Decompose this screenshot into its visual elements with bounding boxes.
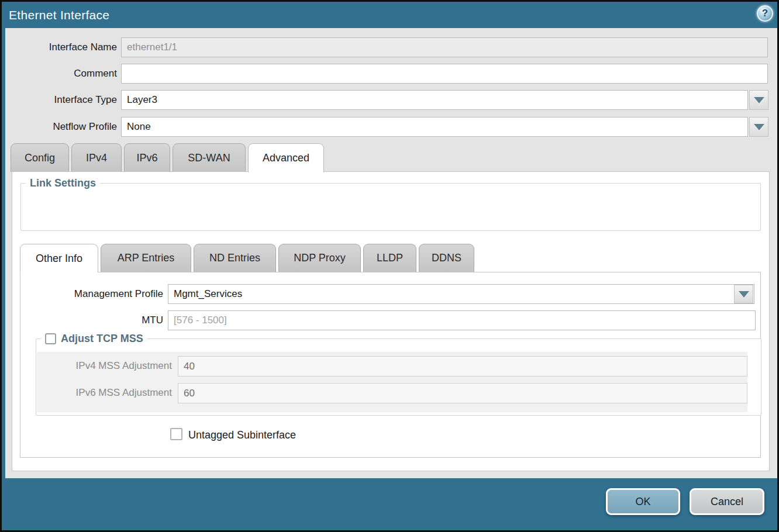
tab-ipv6[interactable]: IPv6 [124, 143, 170, 172]
help-icon[interactable]: ? [757, 5, 773, 22]
comment-label: Comment [2, 68, 117, 80]
interface-type-value: Layer3 [122, 94, 747, 106]
netflow-profile-select[interactable]: None [121, 117, 748, 137]
management-profile-label: Management Profile [36, 288, 163, 300]
ok-button[interactable]: OK [606, 488, 680, 515]
management-profile-value: Mgmt_Services [168, 288, 734, 300]
interface-type-select[interactable]: Layer3 [121, 90, 748, 110]
netflow-profile-value: None [122, 121, 747, 133]
subtab-label: LLDP [377, 252, 403, 264]
comment-input[interactable] [121, 64, 768, 84]
subtab-label: ND Entries [209, 252, 260, 264]
link-settings-legend: Link Settings [26, 177, 100, 189]
mtu-input[interactable] [168, 310, 756, 330]
tab-label: Advanced [263, 152, 309, 164]
untagged-subinterface-checkbox[interactable] [170, 428, 182, 440]
link-settings-group: Link Settings [20, 177, 761, 231]
tab-label: IPv4 [86, 152, 107, 164]
chevron-down-icon [739, 291, 749, 298]
dialog-title: Ethernet Interface [2, 8, 109, 22]
adjust-tcp-mss-checkbox[interactable] [45, 333, 56, 344]
other-info-panel: Management Profile Mgmt_Services MTU Adj… [20, 272, 761, 458]
untagged-subinterface-label: Untagged Subinterface [188, 429, 296, 441]
subtab-ndp-proxy[interactable]: NDP Proxy [278, 244, 361, 272]
mss-disabled-block: IPv4 MSS Adjustment IPv6 MSS Adjustment [37, 352, 747, 412]
titlebar: Ethernet Interface [2, 2, 777, 28]
interface-type-label: Interface Type [2, 94, 117, 106]
tab-sdwan[interactable]: SD-WAN [173, 143, 246, 172]
subtab-ddns[interactable]: DDNS [419, 244, 474, 272]
netflow-profile-dropdown-button[interactable] [749, 117, 768, 137]
chevron-down-icon [754, 124, 764, 130]
interface-name-input [121, 37, 768, 57]
mtu-label: MTU [36, 315, 163, 326]
subtab-other-info[interactable]: Other Info [20, 244, 98, 272]
subtab-arp-entries[interactable]: ARP Entries [101, 244, 191, 272]
tab-ipv4[interactable]: IPv4 [71, 143, 122, 172]
tab-label: Config [25, 152, 55, 164]
ipv4-mss-input [178, 356, 747, 376]
subtab-lldp[interactable]: LLDP [363, 244, 416, 272]
help-glyph: ? [762, 8, 768, 19]
tab-label: IPv6 [136, 152, 157, 164]
subtab-label: Other Info [36, 253, 82, 265]
subtab-nd-entries[interactable]: ND Entries [194, 244, 276, 272]
cancel-button[interactable]: Cancel [690, 488, 764, 515]
management-profile-select[interactable]: Mgmt_Services [168, 284, 754, 304]
ethernet-interface-dialog: Ethernet Interface ? Interface Name Comm… [0, 0, 779, 532]
ipv4-mss-label: IPv4 MSS Adjustment [49, 360, 172, 372]
subtab-label: ARP Entries [118, 252, 175, 264]
tab-advanced[interactable]: Advanced [248, 143, 324, 172]
ipv6-mss-input [178, 383, 747, 403]
adjust-tcp-mss-legend: Adjust TCP MSS [41, 333, 147, 345]
adjust-tcp-mss-title: Adjust TCP MSS [61, 333, 143, 345]
netflow-profile-label: Netflow Profile [2, 121, 117, 133]
subtab-label: NDP Proxy [294, 252, 346, 264]
chevron-down-icon [754, 97, 764, 103]
subtab-label: DDNS [432, 252, 461, 264]
interface-type-dropdown-button[interactable] [749, 90, 768, 110]
tab-label: SD-WAN [188, 152, 230, 164]
interface-name-label: Interface Name [2, 42, 117, 53]
management-profile-dropdown-button[interactable] [734, 285, 753, 303]
adjust-tcp-mss-group: Adjust TCP MSS IPv4 MSS Adjustment IPv6 … [36, 333, 761, 416]
link-settings-title: Link Settings [30, 177, 96, 189]
dialog-footer: OK Cancel [2, 478, 777, 530]
ipv6-mss-label: IPv6 MSS Adjustment [49, 387, 172, 399]
tab-config[interactable]: Config [11, 143, 69, 172]
